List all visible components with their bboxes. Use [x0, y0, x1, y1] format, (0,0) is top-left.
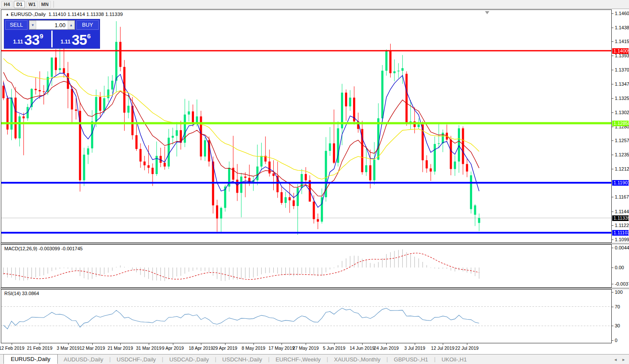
date-tick	[443, 343, 443, 345]
rsi-axis[interactable]: 10070300	[612, 289, 629, 343]
candle	[95, 97, 97, 121]
date-axis[interactable]: 12 Feb 201921 Feb 20193 Mar 201912 Mar 2…	[0, 343, 629, 354]
price-level-badge: 1.11103	[612, 230, 629, 236]
candle	[333, 143, 335, 163]
candle	[406, 74, 408, 123]
price-axis-tick	[612, 197, 613, 197]
price-axis-tick-label: 1.13705	[615, 67, 629, 73]
candle	[216, 205, 218, 219]
tab-eurchf[interactable]: EURCHF-,Weekly	[269, 355, 327, 364]
tab-eurusd[interactable]: EURUSD-,Daily	[3, 354, 58, 364]
candle	[115, 42, 117, 81]
candle	[39, 90, 41, 91]
chart-shift-marker-icon	[485, 11, 489, 14]
candle	[240, 177, 242, 193]
date-tick	[306, 343, 306, 345]
price-level-badge: 1.12851	[612, 121, 629, 126]
date-label: 3 Jul 2019	[401, 345, 429, 351]
macd-axis-label: 0.00	[615, 265, 624, 271]
price-axis-tick-label: 1.14155	[615, 39, 629, 44]
tab-usdcad[interactable]: USDCAD-,Daily	[163, 355, 215, 364]
price-axis-tick-label: 1.12350	[615, 152, 629, 158]
candle	[297, 188, 299, 206]
candle	[111, 81, 113, 89]
macd-name: MACD(12,26,9)	[4, 246, 37, 251]
candle	[176, 130, 178, 136]
macd-axis-label: 0.004465	[615, 245, 629, 251]
price-axis-tick	[612, 41, 613, 42]
timeframe-button-h4[interactable]: H4	[1, 1, 13, 8]
timeframe-button-d1[interactable]: D1	[14, 1, 25, 8]
trading-terminal-window: H4D1W1MN ▲EURUSD-,Daily 1.11410 1.11414 …	[0, 0, 629, 364]
date-tick	[415, 343, 415, 345]
candle	[188, 112, 190, 115]
macd-indicator-panel[interactable]: MACD(12,26,9) -0.003099 -0.001745	[1, 244, 612, 288]
candle	[79, 111, 81, 180]
rsi-indicator-panel[interactable]: RSI(14) 33.0864	[1, 289, 612, 343]
macd-chart[interactable]	[1, 245, 611, 287]
price-axis-tick	[612, 84, 613, 84]
rsi-chart[interactable]	[1, 289, 611, 343]
sell-price-big-digits: 33	[24, 34, 39, 46]
price-axis-tick	[612, 155, 613, 155]
candle	[462, 128, 464, 164]
candle	[397, 71, 400, 71]
candle	[478, 218, 480, 223]
date-label: 21 Feb 2019	[25, 345, 54, 351]
volume-increase-icon[interactable]: ▲	[68, 21, 75, 29]
date-label: 22 Jul 2019	[453, 345, 481, 351]
price-axis-tick-label: 1.12575	[615, 138, 629, 143]
tab-scroll-left-icon[interactable]: ◄	[613, 358, 617, 362]
candle	[281, 192, 283, 203]
candle	[288, 197, 291, 200]
tab-audusd[interactable]: AUDUSD-,Daily	[58, 355, 110, 364]
candle	[22, 116, 25, 118]
price-chart-panel[interactable]: ▲EURUSD-,Daily 1.11410 1.11414 1.11338 1…	[1, 9, 612, 243]
candle	[285, 197, 287, 203]
date-label: 5 Jun 2019	[320, 345, 348, 351]
price-level-badge: 1.14009	[612, 48, 629, 54]
collapse-triangle-icon[interactable]: ▲	[6, 12, 9, 16]
price-axis-tick	[612, 28, 613, 28]
buy-price-box[interactable]: 1.11 35 6	[53, 31, 99, 47]
candle	[345, 93, 347, 106]
candle	[365, 165, 367, 172]
date-tick	[120, 343, 121, 345]
price-level-badge: 1.11339	[612, 215, 629, 221]
candle	[59, 68, 61, 70]
date-tick	[225, 343, 225, 345]
candle	[305, 174, 307, 180]
rsi-axis-label: 30	[615, 323, 620, 329]
candle	[15, 98, 17, 139]
buy-button[interactable]: BUY	[76, 20, 99, 30]
ma-line-slow	[3, 59, 479, 179]
candle	[458, 128, 460, 162]
timeframe-button-w1[interactable]: W1	[26, 1, 38, 8]
tab-usdchf[interactable]: USDCHF-,Daily	[111, 355, 162, 364]
sell-button[interactable]: SELL	[5, 20, 28, 30]
macd-axis[interactable]: 0.0044650.00-0.003715	[612, 244, 629, 288]
macd-axis-tick	[612, 268, 613, 268]
candle	[401, 68, 404, 71]
candle	[63, 68, 65, 73]
volume-input[interactable]	[36, 21, 68, 29]
candle	[147, 165, 150, 168]
volume-decrease-icon[interactable]: ▼	[29, 21, 36, 29]
candle	[349, 98, 351, 106]
date-tick	[68, 343, 69, 345]
timeframe-button-mn[interactable]: MN	[39, 1, 51, 8]
tab-usdcnh[interactable]: USDCNH-,Daily	[216, 355, 268, 364]
tab-scroll-right-icon[interactable]: ►	[622, 358, 626, 362]
tab-xauusd[interactable]: XAUUSD-,Monthly	[328, 355, 387, 364]
sell-price-box[interactable]: 1.11 33 9	[5, 31, 51, 47]
macd-label: MACD(12,26,9) -0.003099 -0.001745	[4, 246, 83, 251]
price-axis[interactable]: 1.146051.143801.141551.139301.137051.134…	[612, 9, 629, 243]
date-label: 12 Mar 2019	[78, 345, 106, 351]
date-tick	[149, 343, 149, 345]
candle	[373, 160, 376, 180]
tab-ukoil[interactable]: UKOil-,H1	[435, 355, 473, 364]
tab-gbpusd[interactable]: GBPUSD-,H1	[388, 355, 434, 364]
candle	[135, 135, 138, 149]
rsi-axis-label: 70	[615, 304, 620, 310]
rsi-name: RSI(14)	[4, 291, 21, 296]
